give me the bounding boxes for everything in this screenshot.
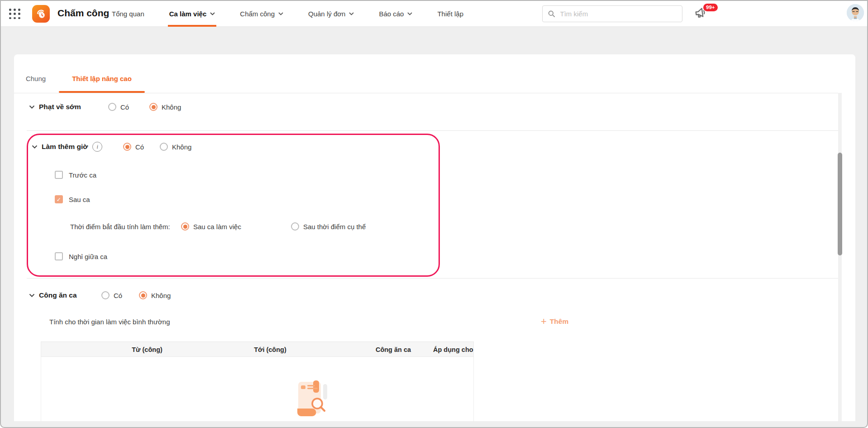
radio-label[interactable]: Sau thời điểm cụ thể	[303, 223, 366, 231]
radio-label[interactable]: Có	[135, 143, 144, 151]
radio-label[interactable]: Có	[120, 103, 129, 111]
section-divider	[27, 130, 838, 131]
add-row-button[interactable]: + Thêm	[541, 316, 568, 327]
notification-badge: 99+	[703, 4, 718, 11]
overtime-option-yes: Có	[123, 141, 144, 152]
plus-icon: +	[541, 317, 547, 326]
section-meal-credit-header: Công ăn ca	[29, 290, 77, 301]
app-launcher-icon[interactable]	[9, 9, 21, 19]
radio-after-shift-time[interactable]	[181, 222, 189, 231]
page-header: Ca hành chính Sửa	[1, 27, 867, 54]
search-box	[542, 5, 682, 22]
nav-item-bao-cao[interactable]: Báo cáo	[379, 1, 412, 27]
radio-specific-time[interactable]	[291, 222, 299, 231]
radio-overtime-no[interactable]	[160, 143, 168, 151]
chevron-down-icon	[210, 12, 215, 15]
scrollbar-track[interactable]	[838, 93, 842, 421]
checkbox-label[interactable]: Sau ca	[69, 196, 90, 203]
checkbox-before-shift[interactable]	[55, 171, 63, 179]
content-card: Chung Thiết lập nâng cao Phạt về sớm Có …	[14, 54, 855, 421]
nav-label: Thiết lập	[437, 10, 463, 18]
tab-bar: Chung Thiết lập nâng cao	[14, 54, 145, 93]
start-point-option-after-shift: Sau ca làm việc	[181, 221, 241, 232]
meal-credit-label: Công ăn ca	[39, 291, 77, 299]
early-penalty-option-no: Không	[149, 101, 181, 112]
top-navbar: Chấm công Tổng quan Ca làm việc Chấm côn…	[1, 1, 867, 27]
overtime-before-shift: Trước ca	[55, 169, 96, 180]
app-title: Chấm công	[57, 8, 109, 19]
nav-label: Chấm công	[240, 10, 275, 18]
radio-early-penalty-yes[interactable]	[108, 103, 116, 111]
table-body-empty	[41, 357, 474, 421]
chevron-down-icon[interactable]	[32, 145, 38, 149]
radio-label[interactable]: Có	[114, 292, 122, 299]
table-header-row: Từ (công) Tới (công) Công ăn ca Áp dụng …	[41, 341, 474, 357]
tab-thiet-lap-nang-cao[interactable]: Thiết lập nâng cao	[59, 64, 145, 93]
column-header-cong-an-ca: Công ăn ca	[376, 342, 411, 357]
chevron-down-icon	[349, 12, 354, 15]
nav-label: Báo cáo	[379, 10, 404, 18]
overtime-start-point-label: Thời điểm bắt đầu tính làm thêm:	[70, 221, 170, 232]
app-logo-icon[interactable]	[32, 5, 50, 23]
search-input[interactable]	[559, 10, 677, 18]
overtime-option-no: Không	[160, 141, 191, 152]
tab-chung[interactable]: Chung	[16, 64, 55, 93]
nav-label: Quản lý đơn	[308, 10, 345, 18]
overtime-after-shift: Sau ca	[55, 194, 90, 205]
chevron-down-icon[interactable]	[29, 293, 35, 297]
early-penalty-label: Phạt về sớm	[39, 103, 81, 111]
nav-item-tong-quan[interactable]: Tổng quan	[112, 1, 144, 27]
column-header-tu-cong: Từ (công)	[132, 342, 162, 357]
checkbox-label[interactable]: Trước ca	[69, 171, 96, 179]
section-divider	[27, 278, 838, 279]
info-icon[interactable]: i	[92, 142, 102, 152]
radio-meal-credit-no[interactable]	[139, 291, 147, 299]
start-point-option-specific: Sau thời điểm cụ thể	[291, 221, 366, 232]
checkbox-label[interactable]: Nghỉ giữa ca	[69, 253, 107, 260]
nav-label: Tổng quan	[112, 10, 144, 18]
scrollbar-thumb[interactable]	[838, 153, 842, 255]
section-overtime-header: Làm thêm giờ i	[32, 141, 102, 152]
radio-label[interactable]: Không	[162, 103, 181, 111]
meal-credit-option-yes: Có	[101, 290, 122, 301]
nav-label: Ca làm việc	[169, 10, 207, 18]
meal-credit-option-no: Không	[139, 290, 171, 301]
app-window: Chấm công Tổng quan Ca làm việc Chấm côn…	[0, 0, 868, 428]
radio-early-penalty-no[interactable]	[149, 103, 157, 111]
column-header-toi-cong: Tới (công)	[254, 342, 286, 357]
empty-state-illustration	[294, 379, 333, 418]
meal-credit-table: Từ (công) Tới (công) Công ăn ca Áp dụng …	[41, 341, 474, 421]
user-avatar[interactable]	[847, 4, 864, 21]
nav-item-cham-cong[interactable]: Chấm công	[240, 1, 283, 27]
tabs-divider	[14, 93, 838, 93]
radio-label[interactable]: Sau ca làm việc	[193, 223, 241, 231]
nav-item-ca-lam-viec[interactable]: Ca làm việc	[169, 1, 215, 27]
add-row-label: Thêm	[550, 317, 568, 326]
notification-button[interactable]: 99+	[694, 6, 714, 23]
meal-credit-subtitle: Tính cho thời gian làm việc bình thường	[49, 316, 170, 327]
nav-item-thiet-lap[interactable]: Thiết lập	[437, 1, 463, 27]
radio-label[interactable]: Không	[172, 143, 191, 151]
early-penalty-option-yes: Có	[108, 101, 129, 112]
checkbox-after-shift[interactable]	[55, 195, 63, 203]
chevron-down-icon	[278, 12, 283, 15]
chevron-down-icon[interactable]	[29, 105, 35, 109]
radio-meal-credit-yes[interactable]	[101, 291, 110, 299]
overtime-label: Làm thêm giờ	[42, 143, 88, 151]
overtime-mid-break: Nghỉ giữa ca	[55, 251, 107, 262]
radio-label[interactable]: Không	[151, 292, 171, 299]
section-early-penalty-header: Phạt về sớm	[29, 101, 81, 112]
search-icon	[548, 10, 555, 18]
chevron-down-icon	[407, 12, 412, 15]
radio-overtime-yes[interactable]	[123, 143, 131, 151]
checkbox-mid-break[interactable]	[55, 252, 63, 260]
column-header-ap-dung-cho: Áp dụng cho	[433, 342, 473, 357]
nav-item-quan-ly-don[interactable]: Quản lý đơn	[308, 1, 354, 27]
main-nav: Tổng quan Ca làm việc Chấm công Quản lý …	[112, 1, 463, 27]
